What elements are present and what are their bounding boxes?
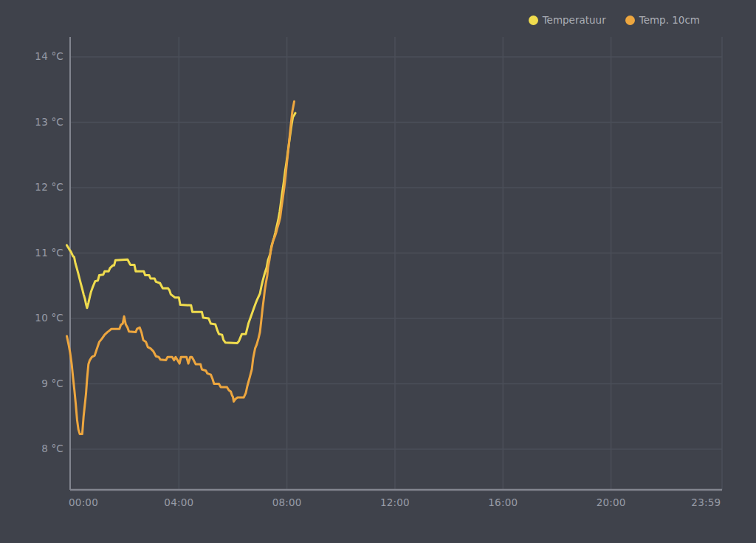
series-line-temperatuur[interactable] [67, 113, 296, 344]
plot-area [0, 0, 756, 543]
x-tick-label: 00:00 [54, 496, 113, 508]
y-tick-label: 8 °C [0, 443, 63, 454]
y-tick-label: 14 °C [0, 50, 63, 62]
x-tick-label: 16:00 [473, 496, 532, 508]
y-tick-label: 9 °C [0, 378, 63, 389]
legend-marker-temp-10cm-icon [625, 16, 635, 25]
legend-item-temperatuur[interactable]: Temperatuur [529, 14, 606, 26]
legend-label-temp-10cm: Temp. 10cm [639, 14, 700, 26]
x-tick-label: 23:59 [676, 496, 735, 508]
legend-label-temperatuur: Temperatuur [543, 14, 606, 26]
x-tick-label: 20:00 [582, 496, 641, 508]
x-tick-label: 04:00 [149, 496, 208, 508]
y-tick-label: 13 °C [0, 116, 63, 128]
y-tick-label: 12 °C [0, 181, 63, 193]
legend-item-temp-10cm[interactable]: Temp. 10cm [625, 14, 700, 26]
x-tick-label: 12:00 [365, 496, 425, 508]
legend-marker-temperatuur-icon [529, 16, 538, 25]
y-tick-label: 10 °C [0, 312, 63, 324]
y-tick-label: 11 °C [0, 247, 63, 259]
temperature-chart-card: 14 °C 13 °C 12 °C 11 °C 10 °C 9 °C 8 °C … [0, 0, 756, 543]
legend: Temperatuur Temp. 10cm [529, 14, 700, 26]
x-tick-label: 08:00 [258, 496, 317, 508]
